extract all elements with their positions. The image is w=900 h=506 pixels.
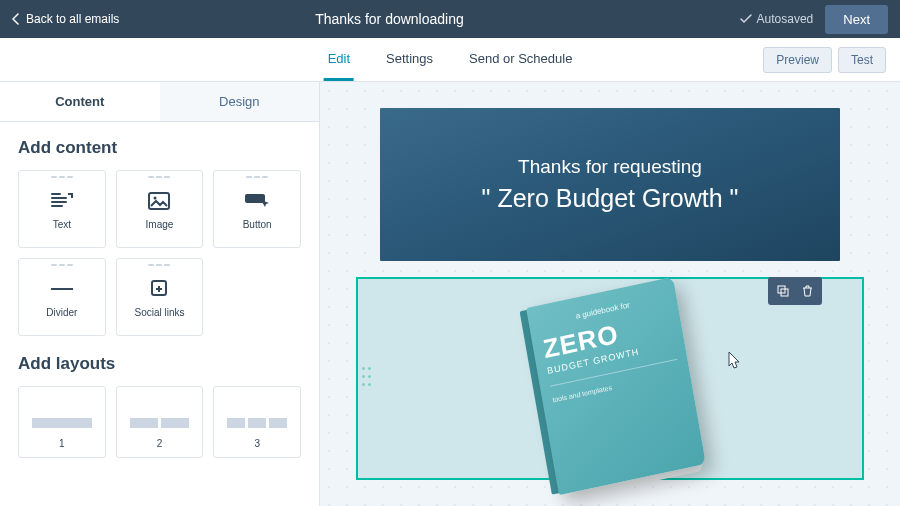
layout-label: 1 [59,438,65,449]
content-tile-button[interactable]: Button [213,170,301,248]
layout-preview-icon [130,418,190,428]
text-icon [50,189,74,213]
layout-label: 3 [254,438,260,449]
tile-label: Button [243,219,272,230]
tab-send-or-schedule[interactable]: Send or Schedule [465,38,576,81]
sidebar: Content Design Add content Text [0,82,320,506]
content-tile-text[interactable]: Text [18,170,106,248]
tab-settings[interactable]: Settings [382,38,437,81]
hero-text-line2: " Zero Budget Growth " [482,184,739,213]
drag-handle-icon [246,176,268,179]
block-toolbar [768,277,822,305]
tile-label: Text [53,219,71,230]
sidebar-tab-content[interactable]: Content [0,82,160,122]
content-tile-image[interactable]: Image [116,170,204,248]
layout-preview-icon [32,418,92,428]
layout-preview-icon [227,418,287,428]
trash-icon [802,285,813,297]
check-icon [740,13,752,25]
drag-handle-icon [148,264,170,267]
add-content-heading: Add content [18,138,301,158]
next-button[interactable]: Next [825,5,888,34]
drag-handle-icon [51,176,73,179]
tab-edit[interactable]: Edit [324,38,354,81]
tile-label: Social links [134,307,184,318]
copy-icon [777,285,789,297]
sidebar-tab-design[interactable]: Design [160,82,320,122]
top-bar: Back to all emails Thanks for downloadin… [0,0,900,38]
hero-block[interactable]: Thanks for requesting " Zero Budget Grow… [380,108,840,261]
test-button[interactable]: Test [838,47,886,73]
autosaved-indicator: Autosaved [740,12,814,26]
social-links-icon [148,277,170,301]
drag-handle-icon [51,264,73,267]
layout-tile-3[interactable]: 3 [213,386,301,458]
content-tile-divider[interactable]: Divider [18,258,106,336]
hero-text-line1: Thanks for requesting [518,156,702,178]
svg-point-1 [154,196,157,199]
page-title: Thanks for downloading [39,11,739,27]
drag-handle-icon [148,176,170,179]
button-icon [244,189,270,213]
drag-handle-icon[interactable] [362,367,372,389]
tile-label: Image [146,219,174,230]
cursor-icon [726,351,742,371]
image-icon [148,189,170,213]
divider-icon [50,277,74,301]
layout-label: 2 [157,438,163,449]
preview-button[interactable]: Preview [763,47,832,73]
layout-tile-2[interactable]: 2 [116,386,204,458]
add-layouts-heading: Add layouts [18,354,301,374]
chevron-left-icon [12,13,20,25]
sub-nav: Edit Settings Send or Schedule Preview T… [0,38,900,82]
layout-tile-1[interactable]: 1 [18,386,106,458]
email-canvas[interactable]: Thanks for requesting " Zero Budget Grow… [320,82,900,506]
tile-label: Divider [46,307,77,318]
delete-button[interactable] [796,281,818,301]
selected-image-block[interactable]: a guidebook for ZERO BUDGET GROWTH tools… [356,277,864,480]
book-footer: tools and templates [552,369,680,403]
svg-rect-0 [149,193,169,209]
book-image: a guidebook for ZERO BUDGET GROWTH tools… [526,277,706,495]
content-tile-social-links[interactable]: Social links [116,258,204,336]
autosaved-label: Autosaved [757,12,814,26]
duplicate-button[interactable] [772,281,794,301]
